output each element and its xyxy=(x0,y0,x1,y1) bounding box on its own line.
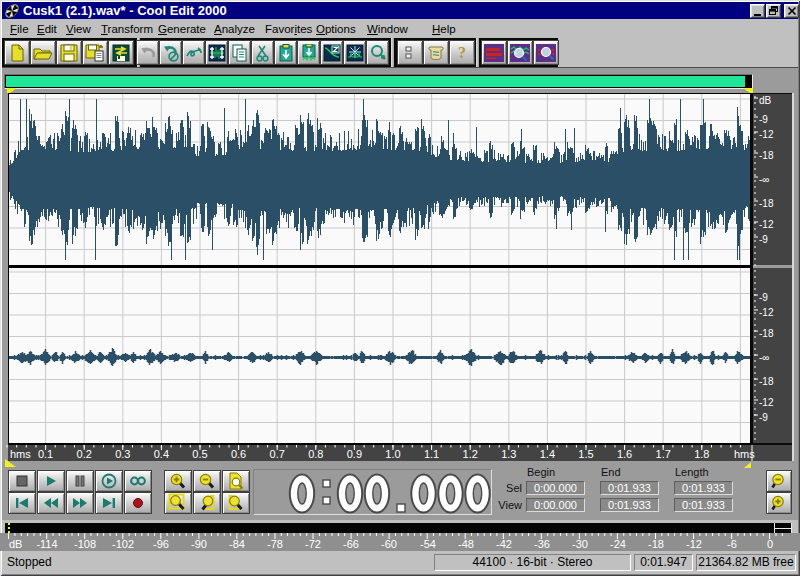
svg-text:-9: -9 xyxy=(759,292,768,303)
svg-text:-18: -18 xyxy=(759,328,774,339)
svg-text:-36: -36 xyxy=(534,538,550,550)
svg-text:-24: -24 xyxy=(610,538,626,550)
svg-text:-12: -12 xyxy=(759,307,774,318)
svg-text:-96: -96 xyxy=(153,538,169,550)
svg-text:0.1: 0.1 xyxy=(38,448,53,460)
svg-text:hms: hms xyxy=(734,448,755,460)
svg-text:-9: -9 xyxy=(759,114,768,125)
svg-text:-∞: -∞ xyxy=(759,174,769,185)
svg-text:-12: -12 xyxy=(759,397,774,408)
svg-text:1.2: 1.2 xyxy=(463,448,478,460)
svg-text:-6: -6 xyxy=(727,538,737,550)
svg-text:1.5: 1.5 xyxy=(578,448,593,460)
svg-text:0.7: 0.7 xyxy=(270,448,285,460)
svg-text:-∞: -∞ xyxy=(759,352,769,363)
svg-text:-12: -12 xyxy=(686,538,702,550)
svg-text:dB: dB xyxy=(759,95,772,106)
svg-text:-9: -9 xyxy=(759,234,768,245)
svg-text:0.9: 0.9 xyxy=(347,448,362,460)
svg-text:dB: dB xyxy=(9,538,22,550)
svg-text:0.6: 0.6 xyxy=(231,448,246,460)
svg-text:1.6: 1.6 xyxy=(617,448,632,460)
svg-text:-18: -18 xyxy=(648,538,664,550)
svg-text:-114: -114 xyxy=(36,538,57,550)
svg-text:-12: -12 xyxy=(759,129,774,140)
svg-text:-48: -48 xyxy=(458,538,474,550)
svg-text:-78: -78 xyxy=(267,538,283,550)
svg-text:0: 0 xyxy=(767,538,773,550)
svg-text:-66: -66 xyxy=(343,538,359,550)
svg-text:0.4: 0.4 xyxy=(154,448,169,460)
svg-text:0.2: 0.2 xyxy=(77,448,92,460)
svg-text:-9: -9 xyxy=(759,412,768,423)
svg-text:1.3: 1.3 xyxy=(501,448,516,460)
svg-text:-12: -12 xyxy=(759,219,774,230)
svg-text:-90: -90 xyxy=(191,538,207,550)
svg-text:?: ? xyxy=(458,44,466,61)
svg-text:-42: -42 xyxy=(496,538,512,550)
svg-text:-18: -18 xyxy=(759,150,774,161)
svg-text:0.8: 0.8 xyxy=(308,448,323,460)
svg-text:1.7: 1.7 xyxy=(656,448,671,460)
svg-text:0.3: 0.3 xyxy=(115,448,130,460)
svg-text:0.5: 0.5 xyxy=(192,448,207,460)
svg-text:-72: -72 xyxy=(305,538,321,550)
svg-text:-30: -30 xyxy=(572,538,588,550)
svg-text:1.4: 1.4 xyxy=(540,448,555,460)
svg-text:-60: -60 xyxy=(381,538,397,550)
svg-text:-108: -108 xyxy=(74,538,96,550)
svg-text:-102: -102 xyxy=(112,538,134,550)
svg-text:-84: -84 xyxy=(229,538,245,550)
svg-text:-18: -18 xyxy=(759,198,774,209)
svg-text:-18: -18 xyxy=(759,376,774,387)
svg-text:1.0: 1.0 xyxy=(385,448,400,460)
svg-text:1.1: 1.1 xyxy=(424,448,439,460)
svg-text:1.8: 1.8 xyxy=(694,448,709,460)
svg-text:-54: -54 xyxy=(420,538,436,550)
